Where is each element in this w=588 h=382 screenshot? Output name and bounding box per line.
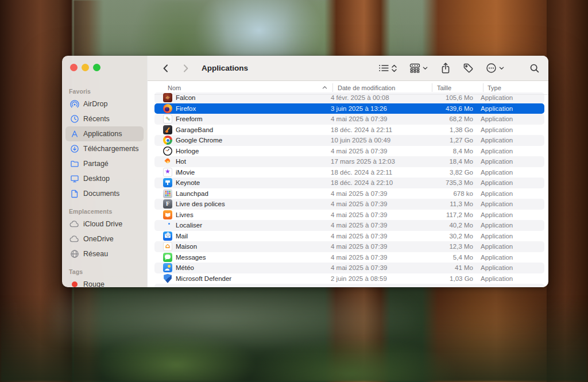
hot-app-icon: [163, 157, 172, 166]
maison-app-icon: [163, 242, 172, 251]
file-name: Maison: [176, 243, 197, 250]
sidebar-item-documents[interactable]: Documents: [65, 186, 144, 201]
file-size: 3,82 Go: [425, 169, 477, 176]
share-button[interactable]: [440, 63, 451, 74]
file-size: 5,4 Mo: [425, 254, 477, 261]
column-header-date-de-modification[interactable]: Date de modification: [333, 81, 432, 94]
file-type: Application: [477, 233, 544, 240]
chevron-right-icon: [180, 63, 191, 74]
file-name-cell: Maison: [154, 242, 326, 251]
file-type: Application: [477, 94, 544, 101]
file-date: 18 déc. 2024 à 22:11: [326, 126, 425, 133]
table-row[interactable]: Keynote18 déc. 2024 à 22:10735,3 MoAppli…: [154, 178, 544, 188]
sidebar-item-label: Partagé: [83, 160, 109, 168]
column-header-label: Date de modification: [338, 84, 395, 91]
file-name-cell: iMovie: [154, 168, 326, 177]
view-sort-chevrons[interactable]: [391, 64, 397, 73]
zoom-button[interactable]: [93, 64, 100, 71]
sidebar-item-partage[interactable]: Partagé: [65, 156, 144, 171]
table-row[interactable]: iMovie18 déc. 2024 à 22:113,82 GoApplica…: [154, 167, 544, 178]
more-options-chevron[interactable]: [498, 65, 505, 71]
sidebar-item-recents[interactable]: Récents: [65, 111, 144, 126]
table-row[interactable]: Météo4 mai 2025 à 07:3941 MoApplication: [154, 263, 544, 273]
file-type: Application: [477, 243, 544, 250]
column-header-label: Type: [488, 84, 501, 91]
table-row[interactable]: Livres4 mai 2025 à 07:39117,2 MoApplicat…: [154, 210, 544, 221]
falcon-app-icon: [163, 93, 172, 102]
sidebar-item-label: OneDrive: [83, 235, 114, 243]
more-options-button[interactable]: [486, 63, 497, 74]
file-name: Hot: [176, 158, 186, 165]
meteo-app-icon: [163, 263, 172, 272]
table-row[interactable]: Hot17 mars 2025 à 12:0318,4 MoApplicatio…: [154, 156, 544, 167]
file-name: Horloge: [176, 148, 199, 155]
search-button[interactable]: [529, 63, 540, 74]
file-name-cell: Freeform: [154, 114, 326, 124]
table-row[interactable]: Launchpad4 mai 2025 à 07:39678 koApplica…: [154, 188, 544, 199]
livres-app-icon: [163, 210, 172, 219]
column-header-nom[interactable]: Nom: [154, 81, 333, 94]
file-date: 4 mai 2025 à 07:39: [326, 222, 425, 229]
sidebar-item-applications[interactable]: Applications: [65, 126, 144, 141]
download-icon: [69, 144, 80, 154]
sidebar-item-onedrive[interactable]: OneDrive: [65, 231, 144, 246]
table-row[interactable]: Firefox3 juin 2025 à 13:26439,6 MoApplic…: [154, 103, 544, 114]
close-button[interactable]: [70, 64, 78, 71]
desktop-icon: [69, 174, 80, 184]
table-row[interactable]: Freeform4 mai 2025 à 07:3968,2 MoApplica…: [154, 114, 544, 125]
sidebar-item-rouge[interactable]: Rouge: [65, 277, 144, 287]
sidebar-item-reseau[interactable]: Réseau: [65, 246, 144, 261]
table-row[interactable]: Messages4 mai 2025 à 07:395,4 MoApplicat…: [154, 252, 544, 263]
sidebar-item-label: iCloud Drive: [83, 220, 122, 228]
clock-icon: [69, 114, 80, 124]
garageband-app-icon: [163, 125, 172, 134]
table-row-clipped[interactable]: [154, 284, 544, 287]
sidebar-item-icloud-drive[interactable]: iCloud Drive: [65, 217, 144, 231]
file-size: 11,3 Mo: [425, 200, 477, 207]
file-name: GarageBand: [176, 126, 213, 133]
tag-icon: [463, 63, 474, 74]
sidebar-item-label: Téléchargements: [83, 145, 139, 153]
group-by-icon: [409, 63, 420, 73]
file-size: 735,3 Mo: [425, 179, 477, 186]
file-size: 105,6 Mo: [425, 94, 477, 101]
view-mode-button[interactable]: [378, 63, 389, 73]
column-header-label: Nom: [168, 84, 181, 91]
table-row[interactable]: Livre des polices4 mai 2025 à 07:3911,3 …: [154, 199, 544, 210]
table-row[interactable]: Mail4 mai 2025 à 07:3930,2 MoApplication: [154, 231, 544, 242]
group-by-chevron[interactable]: [422, 65, 428, 71]
table-row[interactable]: Localiser4 mai 2025 à 07:3940,2 MoApplic…: [154, 220, 544, 231]
table-row[interactable]: Microsoft Defender2 juin 2025 à 08:591,0…: [154, 273, 544, 284]
file-date: 3 juin 2025 à 13:26: [326, 105, 425, 112]
file-size: 1,27 Go: [425, 137, 477, 144]
sidebar-item-desktop[interactable]: Desktop: [65, 171, 144, 186]
table-row[interactable]: GarageBand18 déc. 2024 à 22:111,38 GoApp…: [154, 125, 544, 136]
column-header-type[interactable]: Type: [483, 81, 548, 94]
column-header-taille[interactable]: Taille: [432, 81, 483, 94]
window-title: Applications: [202, 64, 248, 72]
file-name-cell: GarageBand: [154, 125, 326, 134]
defender-app-icon: [163, 274, 172, 283]
share-icon: [440, 63, 451, 74]
file-name-cell: Launchpad: [154, 189, 326, 198]
column-headers: NomDate de modificationTailleType: [154, 81, 548, 95]
file-name-cell: Google Chrome: [154, 136, 326, 145]
file-date: 4 mai 2025 à 07:39: [326, 264, 425, 271]
file-type: Application: [477, 254, 544, 261]
back-button[interactable]: [158, 61, 174, 76]
file-name-cell: Keynote: [154, 178, 326, 187]
tags-button[interactable]: [463, 63, 474, 74]
minimize-button[interactable]: [82, 64, 89, 71]
forward-button[interactable]: [177, 61, 194, 76]
chrome-app-icon: [163, 136, 172, 145]
file-date: 4 mai 2025 à 07:39: [326, 254, 425, 261]
file-type: Application: [477, 200, 544, 207]
sidebar-item-airdrop[interactable]: AirDrop: [65, 97, 144, 111]
table-row[interactable]: Horloge4 mai 2025 à 07:398,4 MoApplicati…: [154, 146, 544, 157]
table-row[interactable]: Google Chrome10 juin 2025 à 00:491,27 Go…: [154, 135, 544, 146]
file-date: 4 mai 2025 à 07:39: [326, 115, 425, 122]
group-by-button[interactable]: [409, 63, 420, 73]
file-name-cell: Messages: [154, 253, 326, 262]
table-row[interactable]: Maison4 mai 2025 à 07:3912,3 MoApplicati…: [154, 241, 544, 252]
sidebar-item-telechargements[interactable]: Téléchargements: [65, 141, 144, 156]
